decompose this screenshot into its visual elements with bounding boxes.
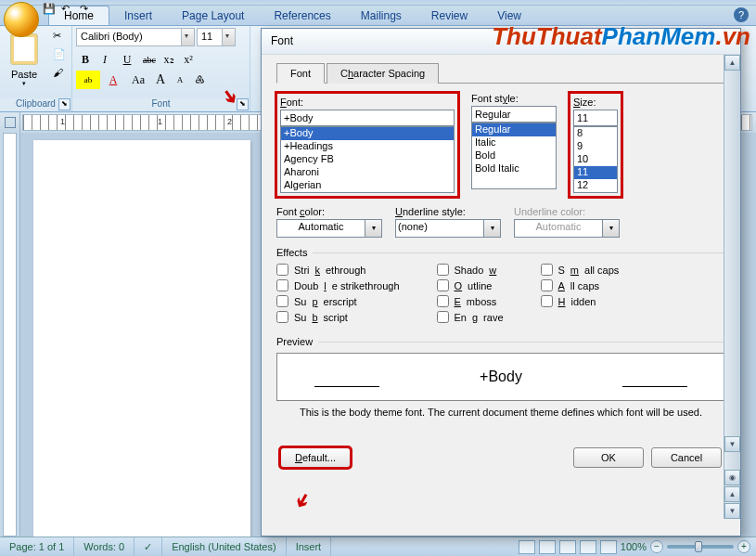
shrink-font-button[interactable]: A [171,71,189,89]
tab-selector[interactable] [0,112,20,133]
chk-small-caps[interactable]: Small caps [541,264,620,276]
strike-button[interactable]: abc [140,50,159,69]
font-list[interactable]: +Body +Headings Agency FB Aharoni Algeri… [280,126,455,193]
clear-format-button[interactable]: ♶ [190,71,209,89]
format-painter-icon[interactable]: 🖌 [53,67,70,82]
style-list[interactable]: Regular Italic Bold Bold Italic [471,123,557,189]
status-mode[interactable]: Insert [287,537,332,556]
paste-icon [10,33,38,65]
cut-icon[interactable]: ✂ [53,30,70,45]
tab-mailings[interactable]: Mailings [346,6,416,25]
group-font: Calibri (Body) 11 B I U abc x₂ x² ab A A… [72,26,250,111]
bold-button[interactable]: B [76,50,95,69]
cancel-button[interactable]: Cancel [651,447,722,468]
font-color-button[interactable]: A [101,71,125,89]
default-button[interactable]: Default... [280,447,351,468]
view-draft-icon[interactable] [600,540,617,554]
ucolor-label: Underline color: [514,206,620,217]
paste-button[interactable]: Paste ▾ [4,28,45,89]
scroll-down-icon: ▼ [724,436,740,452]
highlight-button[interactable]: ab [76,71,100,89]
view-full-screen-icon[interactable] [539,540,556,554]
fontcolor-select[interactable]: Automatic [276,219,365,238]
size-label: Size: [573,97,618,108]
preview-box: +Body [276,353,725,401]
view-print-layout-icon[interactable] [519,540,535,554]
ustyle-select[interactable]: (none) [395,219,484,238]
view-web-icon[interactable] [559,540,576,554]
qat-undo-icon[interactable]: ↶ [61,3,76,18]
preview-legend: Preview [276,336,318,347]
style-label: Font style: [471,93,557,104]
subscript-button[interactable]: x₂ [160,50,178,69]
view-outline-icon[interactable] [580,540,596,554]
group-label-font: Font [72,98,250,111]
status-page[interactable]: Page: 1 of 1 [0,537,74,556]
chk-subscript[interactable]: Subscript [276,311,400,323]
tab-page-layout[interactable]: Page Layout [167,6,259,25]
style-input[interactable] [471,106,557,123]
font-dialog-launcher[interactable]: ⬊ [237,98,249,110]
zoom-out-button[interactable]: − [650,540,663,553]
underline-button[interactable]: U [115,50,139,69]
list-item: Regular [472,123,556,136]
watermark: ThuThuatPhanMem.vn [492,22,750,51]
zoom-slider[interactable] [667,545,734,549]
list-item: Bold [472,149,556,162]
copy-icon[interactable]: 📄 [53,48,70,63]
tab-review[interactable]: Review [416,6,482,25]
clipboard-dialog-launcher[interactable]: ⬊ [58,98,70,110]
list-item: Aharoni [281,166,454,179]
list-item: 9 [574,140,617,153]
chk-engrave[interactable]: Engrave [437,311,504,323]
list-item: Algerian [281,179,454,192]
list-item: Agency FB [281,153,454,166]
vertical-ruler[interactable] [0,133,20,537]
tab-references[interactable]: References [259,6,345,25]
grow-font-button[interactable]: A [151,71,170,89]
status-language[interactable]: English (United States) [162,537,287,556]
chk-all-caps[interactable]: All caps [541,279,620,291]
list-item: 8 [574,127,617,140]
tab-insert[interactable]: Insert [109,6,167,25]
ustyle-label: Underline style: [395,206,501,217]
size-list[interactable]: 8 9 10 11 12 [573,126,618,193]
office-button[interactable] [4,2,39,37]
next-page-icon: ▼ [724,503,740,519]
list-item: Italic [472,136,556,149]
document-page[interactable] [33,140,250,544]
size-input[interactable] [573,110,618,126]
qat-redo-icon[interactable]: ↷ [80,3,95,18]
zoom-in-button[interactable]: + [737,540,750,553]
font-name-combo[interactable]: Calibri (Body) [76,28,195,46]
superscript-button[interactable]: x² [179,50,198,69]
dlg-tab-font[interactable]: Font [276,63,325,84]
italic-button[interactable]: I [96,50,114,69]
status-proofing-icon[interactable]: ✓ [135,537,162,556]
font-input[interactable] [280,110,455,126]
chk-hidden[interactable]: Hidden [541,295,620,307]
font-dialog: Font Font Character Spacing Font: +Body … [261,28,741,537]
change-case-button[interactable]: Aa [126,71,150,89]
dlg-tab-char-spacing[interactable]: Character Spacing [327,63,439,84]
chk-strikethrough[interactable]: Strikethrough [276,264,400,276]
list-item: +Body [281,127,454,140]
chk-emboss[interactable]: Emboss [437,295,504,307]
font-label: Font: [280,97,455,108]
group-clipboard: Paste ▾ ✂ 📄 🖌 Clipboard ⬊ [0,26,72,111]
chk-outline[interactable]: Outline [437,279,504,291]
chk-shadow[interactable]: Shadow [437,264,504,276]
prev-page-icon: ◉ [724,470,740,485]
zoom-level[interactable]: 100% [621,541,647,552]
preview-desc: This is the body theme font. The current… [276,407,725,418]
list-item: 11 [574,166,617,179]
help-icon[interactable]: ? [734,7,749,22]
effects-fieldset: Effects Strikethrough Double strikethrou… [276,247,725,330]
qat-save-icon[interactable]: 💾 [43,3,58,18]
status-words[interactable]: Words: 0 [74,537,135,556]
ok-button[interactable]: OK [573,447,644,468]
dialog-scrollbar[interactable]: ▲ ▼ ◉ ▲ ▼ [724,55,740,519]
font-size-combo[interactable]: 11 [197,28,236,46]
chk-superscript[interactable]: Superscript [276,295,400,307]
chk-double-strike[interactable]: Double strikethrough [276,279,400,291]
